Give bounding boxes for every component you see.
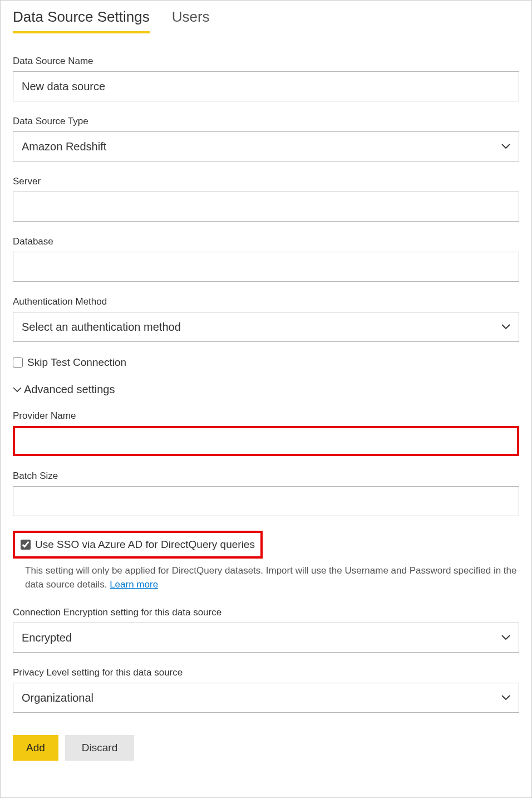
input-data-source-name[interactable]	[13, 71, 519, 101]
discard-button[interactable]: Discard	[65, 735, 134, 761]
select-data-source-type[interactable]: Amazon Redshift	[13, 131, 519, 161]
button-row: Add Discard	[13, 735, 519, 761]
label-server: Server	[13, 176, 519, 187]
advanced-settings-toggle[interactable]: Advanced settings	[13, 383, 519, 396]
select-connection-encryption[interactable]: Encrypted	[13, 623, 519, 653]
input-batch-size[interactable]	[13, 486, 519, 516]
label-connection-encryption: Connection Encryption setting for this d…	[13, 607, 519, 618]
select-data-source-type-value: Amazon Redshift	[22, 140, 106, 153]
tab-data-source-settings[interactable]: Data Source Settings	[13, 8, 150, 33]
input-database[interactable]	[13, 252, 519, 282]
label-data-source-name: Data Source Name	[13, 56, 519, 67]
field-privacy-level: Privacy Level setting for this data sour…	[13, 667, 519, 713]
field-data-source-name: Data Source Name	[13, 56, 519, 101]
sso-help-text: This setting will only be applied for Di…	[25, 564, 519, 591]
select-auth-method[interactable]: Select an authentication method	[13, 312, 519, 342]
field-data-source-type: Data Source Type Amazon Redshift	[13, 116, 519, 161]
tabs: Data Source Settings Users	[13, 1, 519, 33]
input-server[interactable]	[13, 192, 519, 222]
field-server: Server	[13, 176, 519, 222]
select-privacy-level-value: Organizational	[22, 692, 93, 704]
checkbox-skip-test[interactable]	[13, 358, 23, 368]
data-source-settings-panel: Data Source Settings Users Data Source N…	[0, 0, 532, 798]
field-connection-encryption: Connection Encryption setting for this d…	[13, 607, 519, 653]
label-skip-test: Skip Test Connection	[27, 356, 126, 369]
label-sso: Use SSO via Azure AD for DirectQuery que…	[35, 538, 255, 551]
label-data-source-type: Data Source Type	[13, 116, 519, 127]
field-database: Database	[13, 236, 519, 282]
select-auth-method-value: Select an authentication method	[22, 321, 181, 334]
label-batch-size: Batch Size	[13, 471, 519, 482]
label-provider-name: Provider Name	[13, 410, 519, 422]
field-auth-method: Authentication Method Select an authenti…	[13, 296, 519, 342]
checkbox-sso[interactable]	[21, 540, 31, 550]
field-provider-name: Provider Name	[13, 410, 519, 456]
learn-more-link[interactable]: Learn more	[110, 579, 158, 590]
sso-highlight-box: Use SSO via Azure AD for DirectQuery que…	[13, 531, 263, 559]
advanced-settings-label: Advanced settings	[24, 383, 115, 396]
label-auth-method: Authentication Method	[13, 296, 519, 307]
input-provider-name[interactable]	[13, 426, 519, 456]
skip-test-connection-row: Skip Test Connection	[13, 356, 519, 369]
select-connection-encryption-value: Encrypted	[22, 631, 72, 644]
field-batch-size: Batch Size	[13, 471, 519, 516]
tab-users[interactable]: Users	[172, 8, 210, 33]
label-database: Database	[13, 236, 519, 247]
add-button[interactable]: Add	[13, 735, 58, 761]
select-privacy-level[interactable]: Organizational	[13, 683, 519, 713]
sso-help-text-body: This setting will only be applied for Di…	[25, 565, 516, 590]
label-privacy-level: Privacy Level setting for this data sour…	[13, 667, 519, 678]
chevron-down-icon	[13, 387, 22, 393]
